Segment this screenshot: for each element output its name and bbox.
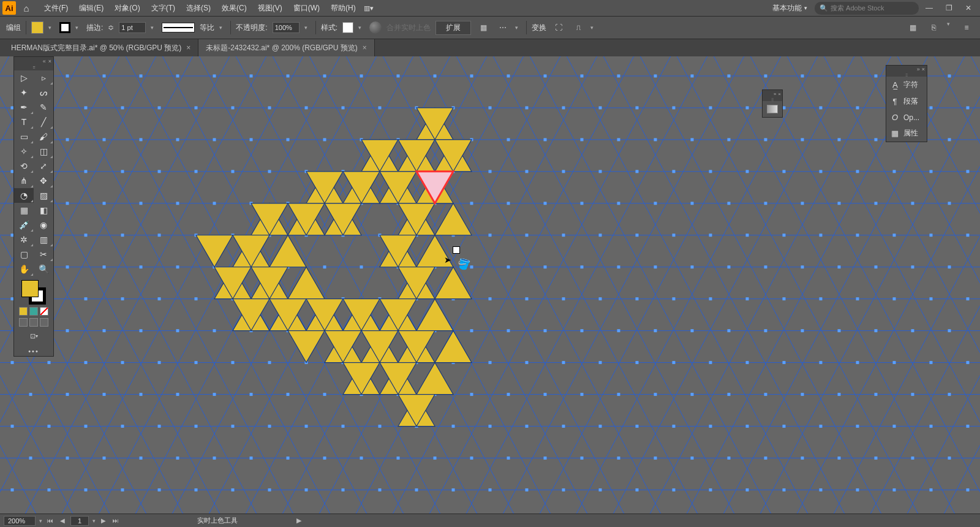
type-tool[interactable]: T [14, 115, 34, 129]
tools-panel-titlebar[interactable]: «× [14, 57, 53, 66]
collapse-icon[interactable]: » [917, 66, 920, 72]
menu-help[interactable]: 帮助(H) [326, 1, 361, 16]
hand-tool[interactable]: ✋ [14, 262, 34, 276]
drag-handle-icon[interactable]: ⠿ [14, 66, 53, 70]
blend-tool[interactable]: ◉ [34, 218, 53, 232]
document-tab-1[interactable]: HERMAN版式完整目录.ai* @ 50% (RGB/GPU 预览) × [4, 39, 198, 56]
paintbrush-tool[interactable]: 🖌 [34, 129, 53, 144]
search-stock-input[interactable]: 🔍 搜索 Adobe Stock [815, 2, 919, 15]
edit-toolbar-icon[interactable]: ••• [14, 346, 53, 356]
direct-selection-tool[interactable]: ▹ [34, 70, 53, 85]
document-tab-2[interactable]: 未标题-2432432.ai* @ 200% (RGB/GPU 预览) × [198, 39, 375, 56]
artboard-tool[interactable]: ▢ [14, 247, 34, 262]
fill-indicator[interactable] [21, 280, 39, 297]
panel-menu-icon[interactable]: ≡ [959, 21, 974, 34]
eraser-tool[interactable]: ◫ [34, 144, 53, 159]
scale-tool[interactable]: ⤢ [34, 159, 53, 173]
opacity-dropdown-icon[interactable]: ▾ [304, 25, 311, 31]
first-artboard-icon[interactable]: ⏮ [46, 517, 55, 524]
artboard-dropdown-icon[interactable]: ▾ [92, 518, 96, 524]
zoom-level-input[interactable]: 200% [4, 516, 36, 526]
menu-object[interactable]: 对象(O) [110, 1, 145, 16]
transform-icon[interactable]: ⛶ [551, 21, 566, 34]
screen-mode-icon[interactable]: ⊡▾ [24, 329, 43, 343]
eyedropper-tool[interactable]: 💉 [14, 218, 34, 232]
home-icon[interactable]: ⌂ [20, 3, 33, 13]
snap-dropdown-icon[interactable]: ▾ [947, 21, 953, 34]
paragraph-panel-tab[interactable]: ¶段落 [886, 93, 927, 110]
opacity-input[interactable] [273, 22, 300, 33]
menu-effect[interactable]: 效果(C) [217, 1, 252, 16]
zoom-dropdown-icon[interactable]: ▾ [39, 518, 42, 524]
shape-builder-tool[interactable]: ◔ [14, 188, 34, 203]
attributes-panel-tab[interactable]: ▦属性 [886, 125, 927, 142]
mesh-tool[interactable]: ▦ [14, 203, 34, 218]
next-artboard-icon[interactable]: ▶ [99, 517, 108, 524]
window-close-icon[interactable]: ✕ [959, 4, 978, 12]
recolor-icon[interactable] [369, 21, 382, 34]
gradient-swatch-icon[interactable] [767, 105, 778, 113]
floating-color-panel[interactable]: »× ⠿ [762, 89, 783, 118]
menu-type[interactable]: 文字(T) [146, 1, 180, 16]
symbol-sprayer-tool[interactable]: ✲ [14, 232, 34, 247]
close-panel-icon[interactable]: × [922, 66, 925, 72]
fill-dropdown-icon[interactable]: ▾ [48, 25, 55, 31]
isolate-icon[interactable]: ▦ [476, 21, 491, 34]
stroke-swatch[interactable] [59, 22, 70, 33]
collapse-icon[interactable]: » [774, 91, 776, 97]
menu-view[interactable]: 视图(V) [253, 1, 287, 16]
stroke-profile[interactable] [162, 23, 195, 32]
rectangle-tool[interactable]: ▭ [14, 129, 34, 144]
draw-normal-icon[interactable] [19, 318, 28, 327]
close-panel-icon[interactable]: × [778, 91, 781, 97]
window-restore-icon[interactable]: ❐ [940, 4, 958, 12]
stroke-link-icon[interactable]: ≎ [108, 23, 114, 32]
graphic-style-swatch[interactable] [342, 22, 353, 33]
color-mode-icon[interactable] [19, 307, 28, 316]
width-tool[interactable]: ⋔ [14, 173, 34, 188]
grid-icon[interactable]: ▦ [905, 21, 920, 34]
rotate-tool[interactable]: ⟲ [14, 159, 34, 173]
free-transform-tool[interactable]: ✥ [34, 173, 53, 188]
gradient-tool[interactable]: ◧ [34, 203, 53, 218]
perspective-grid-tool[interactable]: ▨ [34, 188, 53, 203]
lasso-tool[interactable]: ᔕ [34, 85, 53, 100]
shaper-tool[interactable]: ✧ [14, 144, 34, 159]
style-dropdown-icon[interactable]: ▾ [358, 25, 364, 31]
selection-tool[interactable]: ▷ [14, 70, 34, 85]
window-minimize-icon[interactable]: — [920, 4, 938, 12]
character-panel-tab[interactable]: A̲字符 [886, 77, 927, 93]
stroke-profile-dropdown-icon[interactable]: ▾ [219, 25, 225, 31]
none-mode-icon[interactable] [40, 307, 48, 316]
close-tab-icon[interactable]: × [363, 44, 367, 52]
canvas-area[interactable]: ➤ 🪣 «× ⠿ ▷ ▹ ✦ ᔕ ✒ ✎ T ╱ ▭ 🖌 ✧ ◫ ⟲ ⤢ ⋔ ✥… [0, 56, 980, 514]
column-graph-tool[interactable]: ▥ [34, 232, 53, 247]
menu-file[interactable]: 文件(F) [39, 1, 73, 16]
prev-artboard-icon[interactable]: ◀ [58, 517, 67, 524]
stroke-weight-dropdown-icon[interactable]: ▾ [151, 25, 157, 31]
align-dropdown-icon[interactable]: ▾ [515, 25, 521, 31]
curvature-tool[interactable]: ✎ [34, 100, 53, 115]
close-panel-icon[interactable]: × [48, 58, 51, 64]
menu-edit[interactable]: 编辑(E) [74, 1, 108, 16]
opentype-panel-tab[interactable]: OOp... [886, 110, 927, 125]
magic-wand-tool[interactable]: ✦ [14, 85, 34, 100]
slice-tool[interactable]: ✂ [34, 247, 53, 262]
shape-dropdown-icon[interactable]: ▾ [590, 25, 597, 31]
draw-behind-icon[interactable] [29, 318, 38, 327]
fill-stroke-indicator[interactable] [21, 280, 46, 305]
align-icon[interactable]: ⋯ [496, 21, 510, 34]
menu-window[interactable]: 窗口(W) [288, 1, 325, 16]
draw-inside-icon[interactable] [40, 318, 48, 327]
stroke-dropdown-icon[interactable]: ▾ [75, 25, 81, 31]
status-menu-icon[interactable]: ▶ [296, 517, 301, 525]
fill-swatch[interactable] [31, 21, 43, 34]
workspace-switcher[interactable]: 基本功能▾ [766, 1, 813, 15]
artboard-number-input[interactable]: 1 [70, 516, 89, 526]
shape-mode-icon[interactable]: ⎍ [571, 21, 586, 34]
line-tool[interactable]: ╱ [34, 115, 53, 129]
close-tab-icon[interactable]: × [186, 44, 190, 52]
collapse-icon[interactable]: « [43, 58, 46, 64]
expand-button[interactable]: 扩展 [435, 21, 471, 35]
last-artboard-icon[interactable]: ⏭ [111, 517, 120, 524]
